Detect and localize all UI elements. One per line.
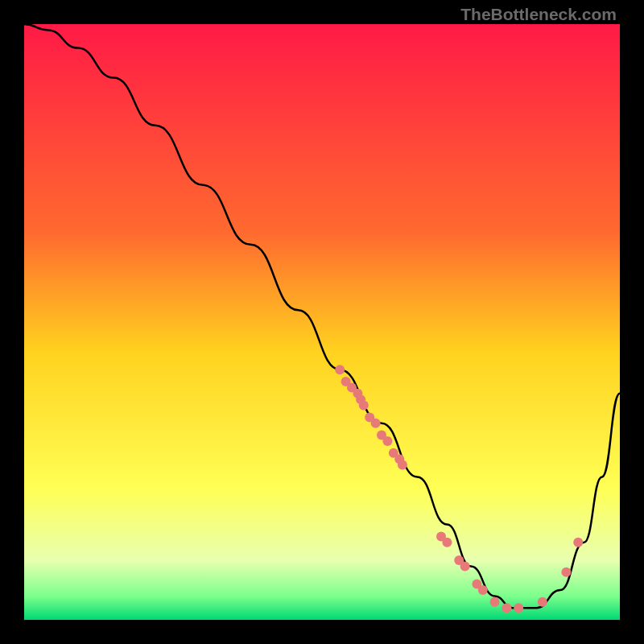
data-point [359, 401, 369, 411]
bottleneck-chart [24, 24, 620, 620]
data-point [478, 585, 488, 595]
watermark-text: TheBottleneck.com [460, 5, 617, 24]
data-point [514, 603, 523, 613]
data-point [538, 597, 547, 607]
data-point [398, 460, 407, 470]
data-point [460, 561, 470, 571]
data-point [561, 568, 571, 577]
data-point [490, 597, 500, 607]
data-point [573, 538, 583, 547]
data-point [442, 538, 452, 547]
data-point [335, 365, 345, 374]
chart-frame [24, 24, 620, 620]
data-point [382, 436, 392, 446]
data-point [371, 419, 381, 428]
gradient-plot-area [24, 24, 620, 620]
data-point [502, 603, 511, 613]
